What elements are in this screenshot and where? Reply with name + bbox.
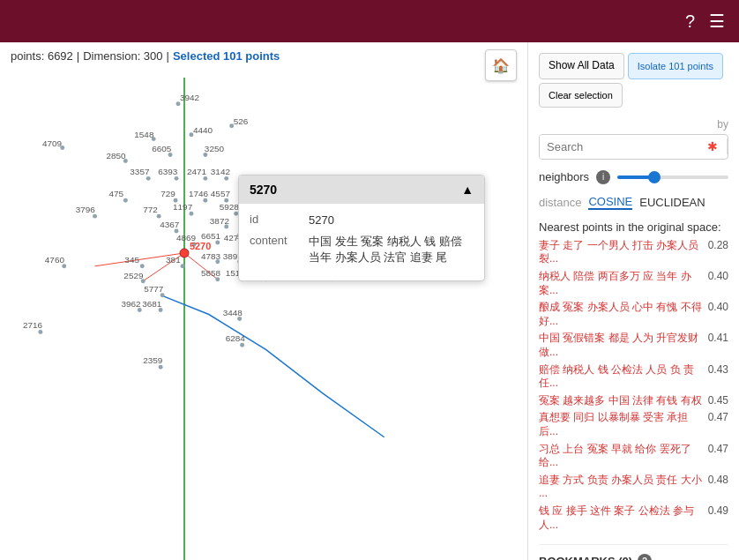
distance-cosine-option[interactable]: COSINE xyxy=(588,195,632,210)
scatter-area[interactable]: 3942 526 1548 4440 4709 2850 6605 3250 3… xyxy=(0,78,527,560)
svg-point-36 xyxy=(140,264,145,268)
distance-row: distance COSINE EUCLIDEAN xyxy=(539,195,728,210)
svg-text:3250: 3250 xyxy=(205,144,225,153)
neighbors-info-icon[interactable]: i xyxy=(596,170,610,184)
by-label: by xyxy=(717,118,728,131)
nearest-text: 冤案 越来越多 中国 法律 有钱 有权 xyxy=(539,394,703,408)
distance-label: distance xyxy=(539,196,581,209)
search-star-icon: ✱ xyxy=(702,136,723,157)
help-icon[interactable]: ? xyxy=(685,11,695,32)
tooltip-id-value: 5270 xyxy=(309,213,474,228)
neighbors-slider-track[interactable] xyxy=(617,175,728,179)
clear-button[interactable]: Clear selection xyxy=(539,83,623,108)
svg-point-47 xyxy=(160,293,165,297)
search-row: ✱ cont... xyxy=(539,134,728,160)
neighbors-slider-thumb[interactable] xyxy=(648,171,661,183)
nearest-title: Nearest points in the original space: xyxy=(539,220,728,234)
show-all-data-button[interactable]: Show All Data xyxy=(539,53,624,79)
svg-text:3448: 3448 xyxy=(223,308,243,317)
svg-point-4 xyxy=(180,249,189,258)
svg-text:5928: 5928 xyxy=(220,202,240,212)
svg-point-5 xyxy=(176,101,181,106)
nearest-score: 0.48 xyxy=(708,474,728,486)
svg-text:475: 475 xyxy=(108,189,123,198)
nearest-item[interactable]: 真想要 同归 以暴制暴 受害 承担 后... 0.47 xyxy=(539,411,728,438)
tooltip-id-label: id xyxy=(250,213,298,228)
nearest-text: 酿成 冤案 办案人员 心中 有愧 不得好... xyxy=(539,301,703,328)
right-panel: Show All Data Isolate 101 points Clear s… xyxy=(527,42,739,560)
nearest-item[interactable]: 赔偿 纳税人 钱 公检法 人员 负 责任... 0.43 xyxy=(539,363,728,391)
nearest-score: 0.47 xyxy=(708,443,728,455)
svg-point-37 xyxy=(181,264,185,268)
svg-point-53 xyxy=(159,365,163,370)
nearest-score: 0.45 xyxy=(708,394,728,407)
dimension-info: Dimension: 300 xyxy=(83,49,162,63)
nearest-score: 0.41 xyxy=(708,332,728,344)
tooltip-id-row: id 5270 xyxy=(250,213,474,228)
svg-text:3142: 3142 xyxy=(211,167,231,176)
svg-text:2529: 2529 xyxy=(123,271,144,280)
svg-point-15 xyxy=(203,176,207,181)
svg-text:729: 729 xyxy=(160,189,175,198)
nearest-list: 妻子 走了 一个男人 打击 办案人员 裂... 0.28 纳税人 陪偿 两百多万… xyxy=(539,239,728,532)
tooltip-content-row: content 中国 发生 冤案 纳税人 钱 赔偿 当年 办案人员 法官 追妻 … xyxy=(250,234,474,265)
bookmarks-info-icon[interactable]: ? xyxy=(638,554,652,560)
svg-text:3681: 3681 xyxy=(142,299,162,309)
tooltip-popup: 5270 ▲ id 5270 content 中国 发生 冤案 纳税人 钱 赔偿… xyxy=(238,175,485,281)
svg-point-23 xyxy=(189,212,193,216)
svg-text:4709: 4709 xyxy=(42,138,63,148)
nearest-item[interactable]: 钱 应 接手 这件 案子 公检法 参与 人... 0.49 xyxy=(539,504,728,532)
status-bar: points: 6692 | Dimension: 300 | Selected… xyxy=(0,42,527,70)
svg-point-11 xyxy=(168,153,173,157)
svg-text:6393: 6393 xyxy=(158,167,178,176)
menu-icon[interactable]: ☰ xyxy=(709,11,725,32)
svg-point-22 xyxy=(157,214,161,219)
svg-text:2850: 2850 xyxy=(106,151,126,161)
svg-text:3942: 3942 xyxy=(180,93,200,102)
tooltip-collapse-icon[interactable]: ▲ xyxy=(461,183,474,197)
svg-text:5270: 5270 xyxy=(190,241,211,251)
isolate-button[interactable]: Isolate 101 points xyxy=(628,53,723,79)
nearest-text: 追妻 方式 负责 办案人员 责任 大小 ... xyxy=(539,474,703,501)
tooltip-content-value: 中国 发生 冤案 纳税人 钱 赔偿 当年 办案人员 法官 追妻 尾 xyxy=(309,234,474,265)
by-row: by xyxy=(539,118,728,131)
svg-point-49 xyxy=(159,308,163,312)
home-button[interactable]: 🏠 xyxy=(485,49,517,81)
search-tag: cont... xyxy=(727,138,728,155)
nearest-score: 0.40 xyxy=(708,301,728,313)
svg-text:526: 526 xyxy=(234,116,249,126)
svg-point-50 xyxy=(237,317,242,321)
nearest-item[interactable]: 纳税人 陪偿 两百多万 应 当年 办案... 0.40 xyxy=(539,270,728,297)
search-input[interactable] xyxy=(540,135,702,159)
tooltip-content-label: content xyxy=(250,234,298,265)
svg-text:6651: 6651 xyxy=(201,231,221,241)
svg-point-51 xyxy=(38,330,42,334)
distance-euclidean-option[interactable]: EUCLIDEAN xyxy=(639,196,705,209)
nearest-text: 中国 冤假错案 都是 人为 升官发财 做... xyxy=(539,332,703,359)
nearest-item[interactable]: 冤案 越来越多 中国 法律 有钱 有权 0.45 xyxy=(539,394,728,408)
svg-text:1548: 1548 xyxy=(134,130,154,139)
svg-point-21 xyxy=(93,214,97,219)
nearest-item[interactable]: 酿成 冤案 办案人员 心中 有愧 不得好... 0.40 xyxy=(539,301,728,328)
svg-text:2716: 2716 xyxy=(23,320,43,330)
nearest-item[interactable]: 习总 上台 冤案 早就 给你 罢死了 给... 0.47 xyxy=(539,443,728,470)
svg-point-19 xyxy=(203,198,207,203)
svg-text:4783: 4783 xyxy=(201,251,221,261)
nearest-item[interactable]: 追妻 方式 负责 办案人员 责任 大小 ... 0.48 xyxy=(539,474,728,501)
nearest-text: 妻子 走了 一个男人 打击 办案人员 裂... xyxy=(539,239,703,266)
svg-text:6605: 6605 xyxy=(152,144,172,153)
nearest-text: 赔偿 纳税人 钱 公检法 人员 负 责任... xyxy=(539,363,703,391)
selected-info: Selected 101 points xyxy=(173,49,280,63)
nearest-section: Nearest points in the original space: 妻子… xyxy=(539,220,728,535)
scatter-plot[interactable]: 3942 526 1548 4440 4709 2850 6605 3250 3… xyxy=(0,78,527,560)
main-layout: points: 6692 | Dimension: 300 | Selected… xyxy=(0,42,739,560)
svg-point-12 xyxy=(203,153,207,157)
svg-point-16 xyxy=(224,176,228,181)
nearest-score: 0.40 xyxy=(708,270,728,282)
nearest-item[interactable]: 中国 冤假错案 都是 人为 升官发财 做... 0.41 xyxy=(539,332,728,359)
nearest-item[interactable]: 妻子 走了 一个男人 打击 办案人员 裂... 0.28 xyxy=(539,239,728,266)
search-section: ✱ cont... xyxy=(539,134,728,160)
tooltip-body: id 5270 content 中国 发生 冤案 纳税人 钱 赔偿 当年 办案人… xyxy=(239,204,484,280)
svg-text:4440: 4440 xyxy=(193,125,213,135)
svg-point-48 xyxy=(138,308,142,312)
